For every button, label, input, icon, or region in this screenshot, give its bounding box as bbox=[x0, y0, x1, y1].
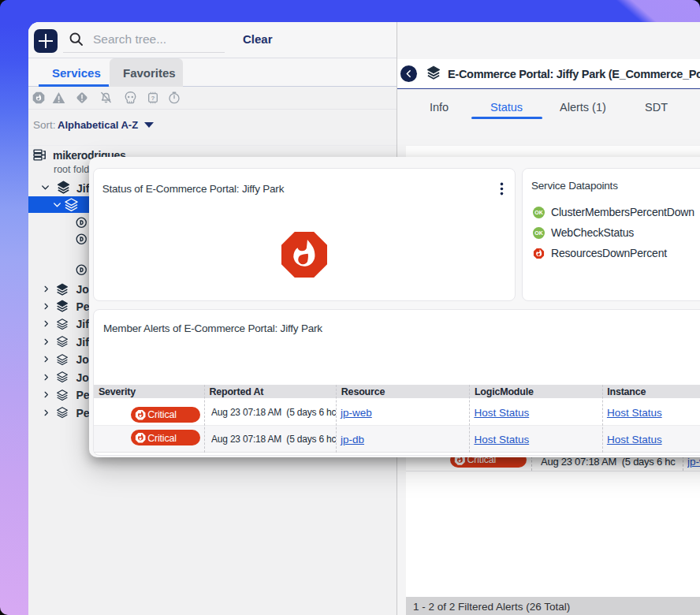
svg-text:?: ? bbox=[151, 95, 155, 102]
